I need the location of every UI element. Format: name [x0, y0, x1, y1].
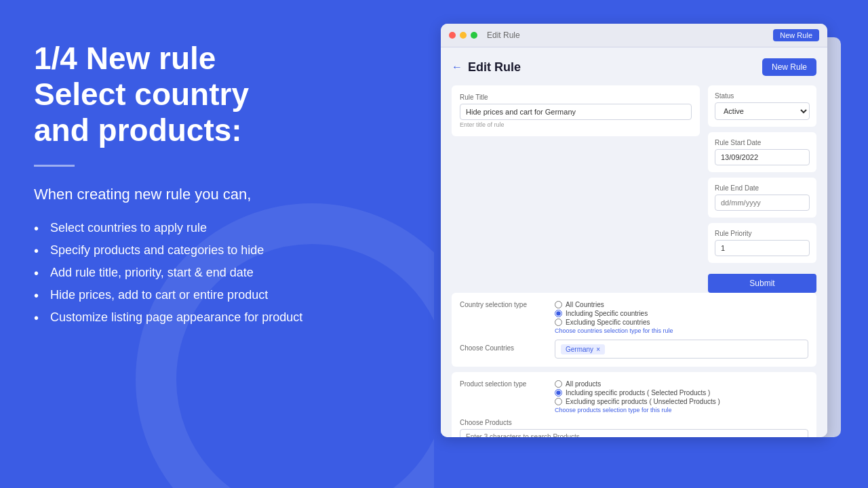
end-date-input[interactable]: [715, 195, 810, 211]
rule-title-hint: Enter title of rule: [460, 121, 692, 128]
country-radio-excluding[interactable]: [555, 319, 562, 326]
list-item: Customize listing page appearance for pr…: [34, 306, 400, 329]
product-radio-all[interactable]: [555, 380, 562, 388]
priority-input[interactable]: [715, 240, 810, 256]
status-dates-section: Status Active Inactive Rule Start Date R…: [708, 85, 816, 293]
end-date-label: Rule End Date: [715, 184, 810, 192]
product-selection-label: Product selection type: [460, 380, 541, 388]
rule-title-input[interactable]: [460, 104, 692, 120]
country-selection-section: Country selection type All Countries: [452, 293, 816, 367]
product-hint: Choose products selection type for this …: [555, 407, 808, 413]
top-form-row: Rule Title Enter title of rule Status Ac…: [452, 85, 816, 293]
rule-title-section: Rule Title Enter title of rule: [452, 85, 700, 293]
start-date-input[interactable]: [715, 149, 810, 165]
country-radio-all[interactable]: [555, 301, 562, 308]
product-radio-excluding[interactable]: [555, 398, 562, 405]
country-hint: Choose countries selection type for this…: [555, 327, 808, 334]
country-radio-including[interactable]: [555, 310, 562, 317]
dot-yellow: [460, 32, 467, 39]
new-rule-button[interactable]: New Rule: [762, 58, 816, 76]
country-radio-group: All Countries Including Specific countri…: [555, 301, 808, 326]
choose-countries-label: Choose Countries: [460, 344, 541, 352]
submit-button[interactable]: Submit: [708, 274, 816, 293]
dot-green: [471, 32, 477, 39]
choose-products-label: Choose Products: [460, 419, 808, 426]
right-panel: Edit Rule New Rule ← Edit Rule New Rule: [434, 0, 868, 488]
divider: [34, 165, 75, 167]
tag-close-icon[interactable]: ×: [596, 346, 600, 353]
priority-label: Rule Priority: [715, 230, 810, 237]
product-radio-including[interactable]: [555, 389, 562, 396]
list-item: Specify products and categories to hide: [34, 239, 400, 262]
titlebar-title: Edit Rule: [487, 30, 520, 40]
window-main: ← Edit Rule New Rule Rule Title Enter ti…: [441, 47, 827, 437]
titlebar-new-rule-button[interactable]: New Rule: [773, 29, 819, 41]
status-label: Status: [715, 92, 810, 100]
rule-title-form-section: Rule Title Enter title of rule: [452, 85, 700, 136]
subtitle: When creating new rule you can,: [34, 186, 400, 203]
edit-rule-header: ← Edit Rule New Rule: [452, 58, 816, 76]
product-option-all[interactable]: All products: [555, 380, 808, 388]
list-item: Hide prices, add to cart or entire produ…: [34, 284, 400, 306]
left-panel: 1/4 New rule Select country and products…: [0, 0, 434, 488]
rule-title-label: Rule Title: [460, 94, 692, 101]
country-option-all[interactable]: All Countries: [555, 301, 808, 308]
main-window: Edit Rule New Rule ← Edit Rule New Rule: [441, 24, 827, 437]
product-option-including[interactable]: Including specific products ( Selected P…: [555, 389, 808, 396]
product-radio-group: All products Including specific products…: [555, 380, 808, 405]
product-selection-section: Product selection type All products: [452, 372, 816, 437]
country-tag: Germany ×: [561, 344, 605, 354]
feature-list: Select countries to apply rule Specify p…: [34, 217, 400, 329]
list-item: Select countries to apply rule: [34, 217, 400, 239]
start-date-label: Rule Start Date: [715, 139, 810, 146]
country-selection-label: Country selection type: [460, 301, 541, 308]
dot-red: [449, 32, 456, 39]
window-titlebar: Edit Rule New Rule: [441, 24, 827, 47]
edit-rule-title-row: ← Edit Rule: [452, 60, 521, 75]
back-arrow-icon[interactable]: ←: [452, 61, 462, 73]
main-title: 1/4 New rule Select country and products…: [34, 41, 400, 148]
country-option-including[interactable]: Including Specific countries: [555, 310, 808, 317]
product-option-excluding[interactable]: Excluding specific products ( Unselected…: [555, 398, 808, 405]
list-item: Add rule title, priority, start & end da…: [34, 262, 400, 284]
products-search-input[interactable]: [460, 429, 808, 437]
page-title: Edit Rule: [468, 60, 521, 75]
country-option-excluding[interactable]: Excluding Specific countries: [555, 319, 808, 326]
status-select[interactable]: Active Inactive: [715, 102, 810, 120]
window-content: ← Edit Rule New Rule Rule Title Enter ti…: [441, 47, 827, 437]
